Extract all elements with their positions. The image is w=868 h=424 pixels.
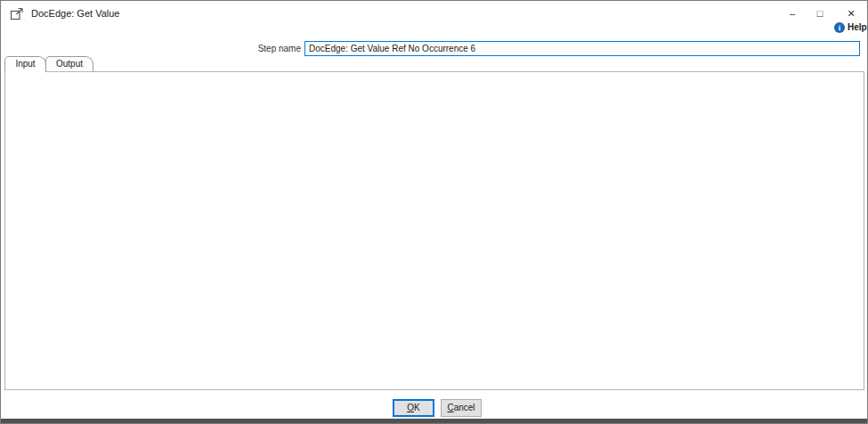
window-icon	[10, 7, 25, 24]
step-name-label: Step name	[179, 44, 301, 54]
cancel-button[interactable]: Cancel	[441, 399, 482, 417]
tab-input[interactable]: Input	[4, 56, 46, 72]
title-bar: DocEdge: Get Value – □ ✕	[1, 1, 867, 26]
help-link[interactable]: Help	[848, 22, 867, 32]
help-info-icon: i	[834, 22, 845, 33]
minimize-button[interactable]: –	[783, 5, 802, 21]
window-title: DocEdge: Get Value	[31, 8, 119, 19]
ok-button[interactable]: OK	[393, 399, 434, 417]
dialog-window: DocEdge: Get Value – □ ✕ i Help Step nam…	[0, 0, 868, 424]
tab-content	[4, 71, 864, 390]
close-button[interactable]: ✕	[841, 5, 861, 21]
tab-output[interactable]: Output	[45, 56, 93, 71]
maximize-button[interactable]: □	[810, 5, 830, 21]
step-name-input[interactable]	[304, 41, 860, 56]
window-bottom-edge	[1, 419, 868, 424]
